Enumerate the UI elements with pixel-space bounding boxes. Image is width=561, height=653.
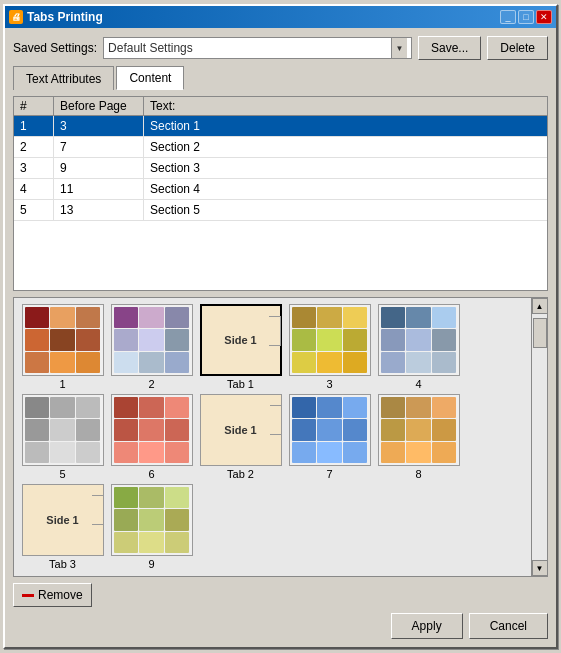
- remove-row: Remove: [13, 583, 548, 607]
- page-mini-content: [23, 395, 103, 465]
- thumbnail-item[interactable]: 1: [20, 304, 105, 390]
- page-thumbnail: [22, 304, 104, 376]
- thumbnail-label: 9: [148, 558, 154, 570]
- thumbnail-item[interactable]: Side 1 Tab 3: [20, 484, 105, 570]
- page-mini-content: [290, 395, 370, 465]
- col-header-before-page: Before Page: [54, 97, 144, 115]
- thumbnail-label: Tab 1: [227, 378, 254, 390]
- tab-thumb-label: Side 1: [46, 514, 78, 526]
- table-row[interactable]: 1 3 Section 1: [14, 116, 547, 137]
- cell-num: 4: [14, 179, 54, 199]
- page-thumbnail: [111, 304, 193, 376]
- saved-settings-combo[interactable]: Default Settings ▼: [103, 37, 412, 59]
- tab-thumb-label: Side 1: [224, 334, 256, 346]
- thumbnail-item[interactable]: 9: [109, 484, 194, 570]
- page-thumbnail: [22, 394, 104, 466]
- tab-side: [270, 405, 282, 435]
- thumbnail-item[interactable]: 4: [376, 304, 461, 390]
- scroll-up-button[interactable]: ▲: [532, 298, 548, 314]
- footer-row: Apply Cancel: [13, 613, 548, 639]
- page-mini-content: [290, 305, 370, 375]
- thumbnail-item[interactable]: Side 1 Tab 2: [198, 394, 283, 480]
- page-thumbnail: [111, 394, 193, 466]
- cancel-button[interactable]: Cancel: [469, 613, 548, 639]
- thumbnail-label: 3: [326, 378, 332, 390]
- window-icon: 🖨: [9, 10, 23, 24]
- window-controls: _ □ ✕: [500, 10, 552, 24]
- thumbnail-item[interactable]: Side 1 Tab 1: [198, 304, 283, 390]
- col-header-num: #: [14, 97, 54, 115]
- cell-num: 2: [14, 137, 54, 157]
- thumbnail-item[interactable]: 7: [287, 394, 372, 480]
- scroll-track: [532, 314, 547, 560]
- page-mini-content: [112, 485, 192, 555]
- tabs-row: Text Attributes Content: [13, 66, 548, 90]
- cell-text: Section 3: [144, 158, 547, 178]
- main-window: 🖨 Tabs Printing _ □ ✕ Saved Settings: De…: [3, 4, 558, 649]
- thumbnail-item[interactable]: 3: [287, 304, 372, 390]
- thumbnail-label: Tab 2: [227, 468, 254, 480]
- table-row[interactable]: 4 11 Section 4: [14, 179, 547, 200]
- remove-icon: [22, 594, 34, 597]
- thumbnail-label: Tab 3: [49, 558, 76, 570]
- thumbnail-label: 7: [326, 468, 332, 480]
- page-thumbnail: [289, 394, 371, 466]
- cell-before-page: 9: [54, 158, 144, 178]
- scroll-thumb[interactable]: [533, 318, 547, 348]
- minimize-button[interactable]: _: [500, 10, 516, 24]
- cell-before-page: 7: [54, 137, 144, 157]
- scroll-down-button[interactable]: ▼: [532, 560, 548, 576]
- saved-settings-row: Saved Settings: Default Settings ▼ Save.…: [13, 36, 548, 60]
- cell-text: Section 1: [144, 116, 547, 136]
- thumbnails-container: 1 2 Side 1 Tab 1 3: [13, 297, 548, 577]
- page-mini-content: [112, 395, 192, 465]
- thumbnail-label: 6: [148, 468, 154, 480]
- thumbnail-item[interactable]: 2: [109, 304, 194, 390]
- remove-button[interactable]: Remove: [13, 583, 92, 607]
- title-bar-left: 🖨 Tabs Printing: [9, 10, 103, 24]
- cell-num: 1: [14, 116, 54, 136]
- thumbnail-label: 1: [59, 378, 65, 390]
- tab-thumbnail: Side 1: [22, 484, 104, 556]
- window-title: Tabs Printing: [27, 10, 103, 24]
- table-row[interactable]: 3 9 Section 3: [14, 158, 547, 179]
- thumbnail-label: 8: [415, 468, 421, 480]
- maximize-button[interactable]: □: [518, 10, 534, 24]
- cell-before-page: 13: [54, 200, 144, 220]
- thumbnail-item[interactable]: 5: [20, 394, 105, 480]
- table-row[interactable]: 5 13 Section 5: [14, 200, 547, 221]
- saved-settings-value: Default Settings: [108, 41, 391, 55]
- cell-text: Section 2: [144, 137, 547, 157]
- scrollbar: ▲ ▼: [531, 298, 547, 576]
- title-bar: 🖨 Tabs Printing _ □ ✕: [5, 6, 556, 28]
- save-button[interactable]: Save...: [418, 36, 481, 60]
- combo-arrow-icon: ▼: [391, 38, 407, 58]
- cell-num: 3: [14, 158, 54, 178]
- delete-button[interactable]: Delete: [487, 36, 548, 60]
- page-thumbnail: [378, 304, 460, 376]
- page-thumbnail: [378, 394, 460, 466]
- remove-label: Remove: [38, 588, 83, 602]
- window-body: Saved Settings: Default Settings ▼ Save.…: [5, 28, 556, 647]
- thumbnail-item[interactable]: 8: [376, 394, 461, 480]
- page-mini-content: [23, 305, 103, 375]
- tab-thumbnail: Side 1: [200, 394, 282, 466]
- table-row[interactable]: 2 7 Section 2: [14, 137, 547, 158]
- close-button[interactable]: ✕: [536, 10, 552, 24]
- page-thumbnail: [111, 484, 193, 556]
- cell-text: Section 5: [144, 200, 547, 220]
- col-header-text: Text:: [144, 97, 547, 115]
- thumbnails-grid: 1 2 Side 1 Tab 1 3: [14, 298, 547, 576]
- tab-side: [269, 316, 281, 346]
- table-body: 1 3 Section 1 2 7 Section 2 3 9 Section …: [14, 116, 547, 287]
- thumbnail-item[interactable]: 6: [109, 394, 194, 480]
- tab-text-attributes[interactable]: Text Attributes: [13, 66, 114, 90]
- tab-thumb-label: Side 1: [224, 424, 256, 436]
- saved-settings-label: Saved Settings:: [13, 41, 97, 55]
- thumbnail-label: 4: [415, 378, 421, 390]
- cell-before-page: 11: [54, 179, 144, 199]
- thumbnail-label: 5: [59, 468, 65, 480]
- cell-num: 5: [14, 200, 54, 220]
- apply-button[interactable]: Apply: [391, 613, 463, 639]
- tab-content[interactable]: Content: [116, 66, 184, 90]
